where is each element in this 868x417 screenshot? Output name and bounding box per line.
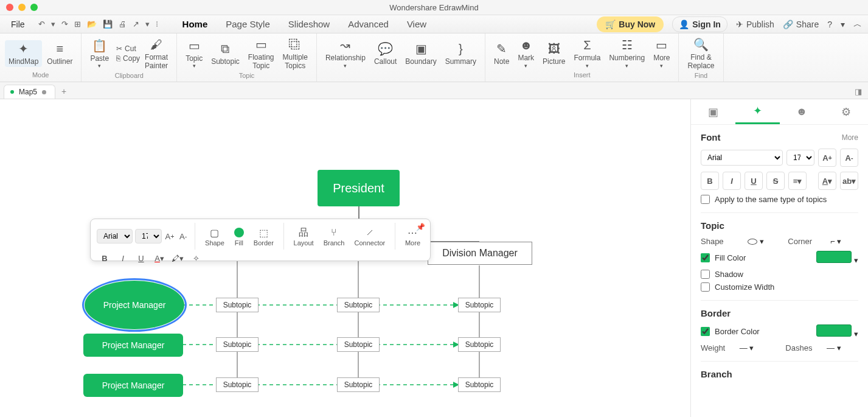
node-division-manager[interactable]: Division Manager — [428, 242, 532, 265]
fill-color-checkbox[interactable] — [701, 253, 710, 262]
format-painter-button[interactable]: 🖌Format Painter — [141, 36, 172, 72]
node-subtopic[interactable]: Subtopic — [458, 337, 501, 352]
help-dropdown[interactable]: ▾ — [841, 19, 845, 29]
redo-button[interactable]: ↷ — [60, 18, 69, 30]
mark-button[interactable]: ☻Mark▾ — [514, 37, 538, 70]
outliner-mode-button[interactable]: ≡Outliner — [43, 40, 76, 67]
apply-same-type-checkbox[interactable] — [701, 195, 710, 204]
mini-shape-button[interactable]: ▢Shape — [201, 226, 228, 247]
paste-button[interactable]: 📋Paste▾ — [86, 37, 113, 71]
open-button[interactable]: 📂 — [86, 18, 98, 30]
tab-slideshow[interactable]: Slideshow — [286, 16, 332, 32]
callout-button[interactable]: 💬Callout — [370, 40, 400, 67]
panel-tab-style[interactable]: ✦ — [735, 99, 780, 124]
node-president[interactable]: President — [318, 170, 400, 206]
mini-italic[interactable]: I — [115, 251, 131, 265]
mini-layout-button[interactable]: 品Layout — [290, 226, 318, 247]
mini-font-select[interactable]: Arial — [97, 229, 133, 244]
pin-button[interactable]: 📌 — [416, 223, 425, 231]
text-transform-button[interactable]: ab▾ — [840, 172, 858, 190]
share-button[interactable]: 🔗Share — [783, 19, 819, 29]
file-menu[interactable]: File — [6, 17, 30, 32]
fill-color-dropdown[interactable]: ▾ — [854, 256, 858, 265]
print-button[interactable]: 🖨 — [117, 18, 128, 30]
note-button[interactable]: ✎Note — [490, 40, 513, 67]
node-subtopic[interactable]: Subtopic — [337, 337, 380, 352]
font-more-button[interactable]: More — [842, 133, 858, 142]
undo-button[interactable]: ↶ — [37, 18, 46, 30]
border-color-swatch[interactable] — [816, 324, 852, 337]
node-subtopic[interactable]: Subtopic — [458, 298, 501, 312]
mini-font-color[interactable]: A▾ — [151, 251, 167, 265]
align-button[interactable]: ≡▾ — [788, 172, 807, 190]
panel-toggle-button[interactable]: ◨ — [849, 85, 868, 99]
underline-button[interactable]: U — [745, 172, 763, 190]
sign-in-button[interactable]: 👤Sign In — [672, 16, 727, 32]
shape-select[interactable]: ▾ — [741, 237, 769, 246]
border-color-checkbox[interactable] — [701, 327, 710, 336]
tab-page-style[interactable]: Page Style — [223, 16, 273, 32]
minimize-window-button[interactable] — [18, 4, 26, 11]
weight-select[interactable]: — ▾ — [740, 343, 771, 352]
add-tab-button[interactable]: + — [55, 84, 72, 99]
mini-font-decrease[interactable]: A- — [178, 229, 189, 244]
numbering-button[interactable]: ☷Numbering▾ — [605, 37, 648, 70]
more-insert-button[interactable]: ▭More▾ — [650, 37, 673, 70]
panel-tab-layout[interactable]: ▣ — [691, 99, 735, 124]
help-button[interactable]: ? — [827, 19, 832, 29]
topic-button[interactable]: ▭Topic▾ — [182, 37, 206, 71]
buy-now-button[interactable]: 🛒Buy Now — [597, 16, 664, 32]
export-button[interactable]: ↗ — [131, 18, 141, 30]
node-subtopic[interactable]: Subtopic — [337, 298, 380, 312]
mini-fill-button[interactable]: Fill — [231, 226, 248, 247]
mini-connector-button[interactable]: ⟋Connector — [350, 226, 389, 247]
mini-border-button[interactable]: ⬚Border — [250, 226, 277, 247]
node-subtopic[interactable]: Subtopic — [458, 377, 501, 392]
mini-clear-format[interactable]: ✧ — [188, 251, 204, 265]
node-subtopic[interactable]: Subtopic — [216, 337, 259, 352]
mini-bold[interactable]: B — [97, 251, 113, 265]
qat-customize[interactable]: ⁝ — [155, 18, 159, 30]
publish-button[interactable]: ✈Publish — [736, 19, 774, 29]
strikethrough-button[interactable]: S — [766, 172, 785, 190]
panel-tab-settings[interactable]: ⚙ — [824, 99, 868, 124]
italic-button[interactable]: I — [723, 172, 741, 190]
node-project-manager-2[interactable]: Project Manager — [83, 334, 183, 357]
dashes-select[interactable]: — ▾ — [827, 343, 858, 352]
mini-font-increase[interactable]: A+ — [164, 229, 175, 244]
mindmap-mode-button[interactable]: ✦MindMap — [5, 40, 42, 67]
formula-button[interactable]: ΣFormula▾ — [570, 37, 604, 70]
tab-view[interactable]: View — [404, 16, 429, 32]
node-project-manager-1[interactable]: Project Manager — [85, 281, 184, 329]
node-subtopic[interactable]: Subtopic — [216, 377, 259, 392]
font-increase-button[interactable]: A+ — [818, 149, 836, 167]
mini-underline[interactable]: U — [133, 251, 149, 265]
node-subtopic[interactable]: Subtopic — [216, 298, 259, 312]
undo-dropdown[interactable]: ▾ — [50, 18, 57, 30]
copy-button[interactable]: ⎘Copy — [116, 54, 140, 63]
customize-width-checkbox[interactable] — [701, 282, 710, 292]
collapse-ribbon-button[interactable]: ︿ — [853, 19, 862, 30]
tab-advanced[interactable]: Advanced — [345, 16, 391, 32]
boundary-button[interactable]: ▣Boundary — [401, 40, 440, 67]
floating-topic-button[interactable]: ▭Floating Topic — [245, 36, 278, 72]
qat-dropdown[interactable]: ▾ — [144, 18, 151, 30]
corner-select[interactable]: ⌐ ▾ — [830, 237, 858, 246]
document-tab[interactable]: Map5 — [4, 85, 55, 99]
mini-highlight[interactable]: 🖍▾ — [170, 251, 186, 265]
picture-button[interactable]: 🖼Picture — [539, 40, 569, 67]
maximize-window-button[interactable] — [30, 4, 38, 11]
multiple-topics-button[interactable]: ⿻Multiple Topics — [279, 36, 311, 72]
new-button[interactable]: ⊞ — [73, 18, 82, 30]
panel-tab-icons[interactable]: ☻ — [780, 99, 824, 124]
mini-branch-button[interactable]: ⑂Branch — [320, 226, 349, 247]
shadow-checkbox[interactable] — [701, 270, 710, 279]
save-button[interactable]: 💾 — [102, 18, 114, 30]
fill-color-swatch[interactable] — [816, 251, 852, 263]
mini-size-select[interactable]: 17 — [135, 229, 162, 244]
border-color-dropdown[interactable]: ▾ — [854, 329, 858, 338]
find-replace-button[interactable]: 🔍Find & Replace — [684, 36, 718, 72]
node-project-manager-3[interactable]: Project Manager — [83, 374, 183, 397]
font-decrease-button[interactable]: A- — [840, 149, 858, 167]
font-color-button[interactable]: A▾ — [818, 172, 836, 190]
